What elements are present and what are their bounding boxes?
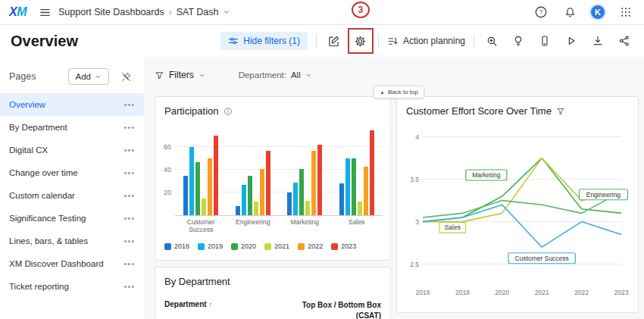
ces-chart-svg: 2.533.54201820192020202120222023Marketin… [403, 122, 632, 302]
zoom-button[interactable] [483, 32, 501, 50]
legend-item-2022[interactable]: 2022 [298, 242, 323, 250]
bar-2020[interactable] [352, 158, 356, 215]
sort-ascending-icon: ↑ [209, 301, 213, 308]
breadcrumb: Support Site Dashboards › SAT Dash [58, 7, 230, 17]
bar-2022[interactable] [311, 151, 316, 216]
magnifier-zoom-icon [486, 35, 499, 48]
breadcrumb-item-root[interactable]: Support Site Dashboards [58, 7, 164, 17]
row-menu-icon[interactable]: ••• [123, 145, 135, 155]
bar-2019[interactable] [293, 183, 298, 216]
bar-2019[interactable] [242, 185, 246, 216]
chevron-down-icon[interactable] [223, 8, 230, 16]
bar-2023[interactable] [266, 151, 270, 216]
info-icon[interactable] [224, 107, 233, 116]
column-header-department[interactable]: Department ↑ [164, 300, 212, 308]
export-button[interactable] [589, 32, 607, 50]
sidebar-item-xm-discover-dashboard[interactable]: XM Discover Dashboard••• [0, 252, 144, 275]
y-tick-label: 60 [164, 143, 171, 151]
hamburger-menu-button[interactable] [36, 3, 54, 21]
legend-item-2019[interactable]: 2019 [198, 242, 223, 250]
legend-item-2021[interactable]: 2021 [264, 242, 289, 250]
bar-2019[interactable] [189, 147, 194, 215]
sidebar-item-significance-testing[interactable]: Significance Testing••• [0, 207, 144, 230]
department-table-header: Department ↑ Top Box / Bottom Box (CSAT) [155, 292, 390, 319]
bar-2021[interactable] [358, 202, 362, 215]
sidebar-item-overview[interactable]: Overview••• [0, 93, 144, 116]
column-header-department-label: Department [164, 300, 207, 308]
bar-2022[interactable] [260, 169, 264, 216]
present-button[interactable] [562, 32, 580, 50]
bar-2018[interactable] [236, 206, 240, 215]
row-menu-icon[interactable]: ••• [123, 236, 135, 246]
sidebar-item-change-over-time[interactable]: Change over time••• [0, 161, 144, 184]
sidebar-item-label: Change over time [9, 168, 78, 177]
x-category-label: Customer Success [175, 218, 227, 233]
legend-item-2023[interactable]: 2023 [331, 242, 356, 250]
sidebar-item-custom-calendar[interactable]: Custom calendar••• [0, 184, 144, 207]
action-planning-button[interactable]: Action planning [387, 36, 465, 47]
sidebar-item-digital-cx[interactable]: Digital CX••• [0, 139, 144, 161]
unpin-sidebar-button[interactable] [117, 67, 135, 86]
apps-grid-button[interactable] [617, 3, 635, 21]
widget-filter-funnel-icon[interactable] [556, 107, 565, 116]
by-department-widget[interactable]: By Department Department ↑ Top Box / Bot… [155, 267, 391, 319]
bar-2018[interactable] [183, 176, 188, 216]
legend-item-2018[interactable]: 2018 [164, 242, 189, 250]
bar-2018[interactable] [339, 183, 344, 215]
svg-text:2.5: 2.5 [410, 261, 419, 268]
department-filter[interactable]: Department: All [239, 70, 312, 80]
bar-2023[interactable] [370, 130, 374, 216]
avatar[interactable]: K [589, 4, 606, 20]
breadcrumb-item-current[interactable]: SAT Dash [177, 7, 219, 17]
participation-widget[interactable]: Participation 204060 Customer SuccessEng… [155, 96, 391, 261]
bar-2018[interactable] [287, 192, 292, 215]
mobile-preview-button[interactable] [536, 32, 554, 50]
bar-2021[interactable] [305, 201, 310, 216]
legend-label: 2022 [308, 242, 323, 250]
bar-2021[interactable] [254, 202, 258, 215]
bar-2022[interactable] [208, 158, 212, 215]
by-department-title: By Department [164, 276, 230, 287]
sidebar-item-ticket-reporting[interactable]: Ticket reporting••• [0, 275, 144, 298]
settings-button[interactable] [352, 32, 370, 50]
bar-2020[interactable] [195, 162, 200, 216]
help-button[interactable]: ? [532, 3, 550, 21]
edit-dashboard-button[interactable] [325, 32, 343, 50]
bar-2020[interactable] [299, 169, 304, 216]
ces-widget[interactable]: Customer Effort Score Over Time 2.533.54… [396, 96, 639, 313]
bar-2022[interactable] [364, 167, 368, 216]
left-column: Participation 204060 Customer SuccessEng… [155, 96, 391, 319]
bar-2023[interactable] [214, 136, 218, 215]
row-menu-icon[interactable]: ••• [123, 123, 135, 132]
bar-group-marketing [287, 145, 322, 215]
add-page-button[interactable]: Add [68, 68, 109, 85]
share-button[interactable] [615, 32, 633, 50]
row-menu-icon[interactable]: ••• [123, 214, 135, 223]
column-header-topbox[interactable]: Top Box / Bottom Box (CSAT) [286, 300, 381, 319]
question-circle-icon: ? [534, 5, 548, 19]
page-body: Pages Add Overview••• By Department••• D… [0, 57, 644, 319]
play-icon [565, 35, 577, 47]
bar-2019[interactable] [345, 158, 350, 215]
sidebar-item-by-department[interactable]: By Department••• [0, 116, 144, 139]
svg-text:2018: 2018 [416, 289, 430, 296]
row-menu-icon[interactable]: ••• [123, 282, 135, 291]
bar-2020[interactable] [248, 176, 252, 216]
notifications-button[interactable] [561, 3, 579, 21]
legend-item-2020[interactable]: 2020 [231, 242, 256, 250]
sidebar-item-lines-bars-tables[interactable]: Lines, bars, & tables••• [0, 230, 144, 252]
bar-2021[interactable] [202, 199, 206, 216]
bar-2023[interactable] [317, 145, 322, 215]
svg-text:3.5: 3.5 [410, 176, 419, 183]
bell-icon [564, 6, 577, 19]
row-menu-icon[interactable]: ••• [123, 100, 135, 109]
participation-title-row: Participation [155, 97, 390, 122]
ideas-button[interactable] [509, 32, 527, 50]
row-menu-icon[interactable]: ••• [123, 191, 135, 200]
filters-button[interactable]: Filters [155, 70, 205, 80]
row-menu-icon[interactable]: ••• [123, 168, 135, 177]
back-to-top-button[interactable]: ▲ Back to top [374, 86, 424, 99]
row-menu-icon[interactable]: ••• [123, 259, 135, 268]
legend-swatch [264, 243, 271, 250]
hide-filters-button[interactable]: Hide filters (1) [220, 32, 308, 50]
